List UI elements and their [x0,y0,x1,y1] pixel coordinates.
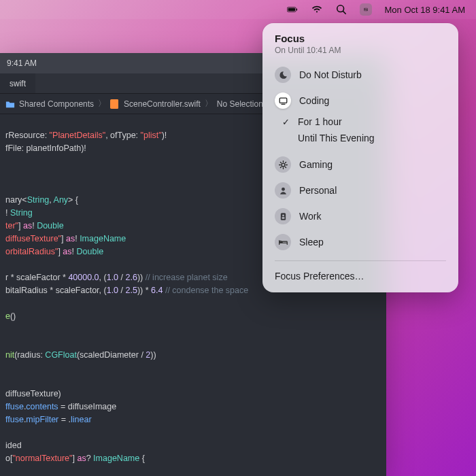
svg-rect-1 [288,8,295,11]
divider [275,260,446,261]
focus-mode-dnd[interactable]: Do Not Disturb [262,62,458,88]
svg-line-4 [343,12,346,14]
gear-icon [275,156,291,173]
focus-mode-work[interactable]: Work [262,203,458,229]
svg-point-23 [282,214,284,216]
code-line: nit(radius: CGFloat(scaledDiameter / 2)) [5,349,381,362]
bed-icon [275,234,291,250]
chevron-right-icon: 〉 [205,98,213,109]
code-line: ffuse.mipFilter = .linear [5,413,381,426]
focus-preferences-link[interactable]: Focus Preferences… [262,267,458,286]
display-icon [275,92,291,109]
svg-rect-24 [282,217,284,218]
code-line: o["normalTexture"] as? ImageName { [5,452,381,465]
svg-rect-22 [280,213,285,220]
focus-panel: Focus On Until 10:41 AM Do Not DisturbCo… [262,23,458,292]
focus-duration-label: Until This Evening [298,133,375,143]
code-line: diffuseTexture) [5,388,381,401]
focus-mode-label: Sleep [299,237,324,248]
badge-icon [275,208,291,224]
focus-mode-label: Personal [299,185,337,196]
checkmark-icon: ✓ [280,117,291,127]
focus-mode-label: Gaming [299,159,333,170]
code-line [5,323,381,336]
focus-panel-title: Focus [275,33,446,44]
code-line [5,362,381,375]
svg-line-20 [285,162,286,163]
svg-point-3 [337,5,344,12]
person-icon [275,182,291,199]
focus-mode-personal[interactable]: Personal [262,177,458,203]
svg-rect-9 [110,99,118,109]
focus-mode-list: Do Not DisturbCoding✓For 1 hourUntil Thi… [262,62,458,255]
focus-mode-gaming[interactable]: Gaming [262,152,458,177]
folder-icon [5,99,15,109]
toolbar-time: 9:41 AM [7,58,37,68]
jump-segment[interactable]: Shared Components [19,99,94,109]
focus-duration-option[interactable]: ✓For 1 hour [262,114,458,130]
svg-point-21 [282,187,285,190]
wifi-icon[interactable] [311,3,323,16]
code-line: ided [5,439,381,452]
svg-rect-2 [296,8,297,10]
code-line: e() [5,310,381,323]
focus-panel-subtitle: On Until 10:41 AM [275,46,446,55]
focus-mode-coding[interactable]: Coding [262,88,458,114]
battery-icon[interactable] [286,3,299,16]
svg-point-6 [364,8,365,9]
menu-bar: Mon Oct 18 9:41 AM [0,0,476,19]
svg-point-12 [282,163,285,167]
menu-datetime[interactable]: Mon Oct 18 9:41 AM [384,5,465,15]
jump-segment[interactable]: SceneController.swift [124,99,201,109]
focus-mode-label: Coding [299,95,329,106]
svg-line-19 [280,167,281,167]
chevron-right-icon: 〉 [98,98,106,109]
svg-point-8 [367,10,368,10]
code-line: ffuse.contents = diffuseImage [5,401,381,413]
svg-line-17 [280,162,281,163]
code-line [5,426,381,439]
svg-rect-10 [279,98,287,103]
focus-mode-label: Work [299,211,321,222]
xcode-tab[interactable]: swift [0,73,35,93]
jump-segment[interactable]: No Selection [217,99,263,109]
spotlight-icon[interactable] [335,3,347,16]
focus-mode-sleep[interactable]: Sleep [262,229,458,255]
xcode-tab-label: swift [10,79,26,88]
focus-duration-option[interactable]: Until This Evening [262,130,458,146]
code-line [5,297,381,310]
focus-mode-label: Do Not Disturb [299,69,362,80]
swift-file-icon [110,99,120,109]
focus-panel-header: Focus On Until 10:41 AM [262,33,458,62]
code-line [5,336,381,349]
svg-line-18 [285,167,286,167]
focus-duration-label: For 1 hour [298,116,342,127]
control-center-icon[interactable] [360,3,372,16]
moon-icon [275,67,291,83]
code-line [5,375,381,388]
